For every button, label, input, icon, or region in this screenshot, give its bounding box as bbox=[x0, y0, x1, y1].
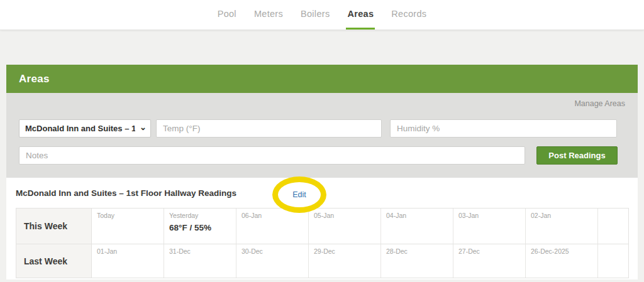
cell-date-label: 03-Jan bbox=[458, 212, 525, 219]
area-select-wrap: McDonald Inn and Suites – 1s ⌄ bbox=[19, 119, 151, 138]
nav-item-meters[interactable]: Meters bbox=[253, 0, 284, 30]
top-nav: Pool Meters Boilers Areas Records bbox=[0, 0, 644, 30]
nav-item-pool[interactable]: Pool bbox=[216, 0, 238, 30]
reading-cell: 29-Dec bbox=[309, 244, 381, 278]
reading-cell: 28-Dec bbox=[381, 244, 453, 278]
reading-cell: 04-Jan bbox=[381, 209, 453, 244]
empty-cell bbox=[598, 209, 628, 244]
cell-date-label: 01-Jan bbox=[97, 247, 164, 255]
row-label: Last Week bbox=[16, 244, 92, 278]
readings-table: This Week Today Yesterday 68°F / 55% 06-… bbox=[16, 208, 629, 278]
cell-date-label: 27-Dec bbox=[458, 247, 525, 255]
reading-cell: 03-Jan bbox=[453, 209, 526, 244]
form-row-notes: Post Readings bbox=[19, 146, 618, 165]
readings-content: McDonald Inn and Suites – 1st Floor Hall… bbox=[6, 178, 638, 279]
cell-date-label: Yesterday bbox=[169, 212, 236, 219]
table-row-last-week: Last Week 01-Jan 31-Dec 30-Dec 29-Dec bbox=[16, 244, 628, 278]
readings-title: McDonald Inn and Suites – 1st Floor Hall… bbox=[16, 188, 236, 198]
cell-date-label: 05-Jan bbox=[314, 212, 380, 219]
cell-value: 68°F / 55% bbox=[169, 223, 236, 232]
nav-item-boilers[interactable]: Boilers bbox=[299, 0, 331, 30]
cell-date-label: 06-Jan bbox=[242, 212, 308, 219]
area-select[interactable]: McDonald Inn and Suites – 1s bbox=[19, 119, 151, 138]
cell-date-label: Today bbox=[97, 212, 164, 219]
humidity-input[interactable] bbox=[390, 119, 617, 138]
reading-cell: 01-Jan bbox=[92, 244, 164, 278]
readings-form: Manage Areas McDonald Inn and Suites – 1… bbox=[6, 93, 638, 178]
reading-cell: Yesterday 68°F / 55% bbox=[164, 209, 236, 244]
reading-cell: 31-Dec bbox=[164, 244, 236, 278]
cell-date-label: 26-Dec-2025 bbox=[531, 247, 597, 255]
edit-link[interactable]: Edit bbox=[272, 178, 326, 212]
post-readings-button[interactable]: Post Readings bbox=[536, 146, 618, 165]
reading-cell: 05-Jan bbox=[309, 209, 381, 244]
cell-date-label: 31-Dec bbox=[169, 247, 236, 255]
section-header-bar: Areas bbox=[6, 65, 638, 93]
table-row-this-week: This Week Today Yesterday 68°F / 55% 06-… bbox=[16, 209, 628, 244]
page-title: Areas bbox=[6, 73, 50, 85]
empty-cell bbox=[598, 244, 628, 278]
temp-input[interactable] bbox=[156, 119, 382, 138]
row-label: This Week bbox=[16, 209, 92, 244]
reading-cell: 06-Jan bbox=[236, 209, 309, 244]
cell-date-label: 30-Dec bbox=[242, 247, 308, 255]
form-row-inputs: McDonald Inn and Suites – 1s ⌄ bbox=[19, 119, 617, 138]
reading-cell: 30-Dec bbox=[236, 244, 309, 278]
nav-item-areas[interactable]: Areas bbox=[346, 0, 375, 30]
reading-cell: 26-Dec-2025 bbox=[526, 244, 598, 278]
reading-cell: Today bbox=[92, 209, 164, 244]
cell-date-label: 28-Dec bbox=[386, 247, 453, 255]
notes-input[interactable] bbox=[19, 146, 525, 165]
reading-cell: 02-Jan bbox=[526, 209, 598, 244]
manage-areas-link[interactable]: Manage Areas bbox=[574, 99, 625, 108]
cell-date-label: 02-Jan bbox=[531, 212, 597, 219]
cell-date-label: 04-Jan bbox=[386, 212, 453, 219]
readings-title-row: McDonald Inn and Suites – 1st Floor Hall… bbox=[6, 178, 638, 208]
cell-date-label: 29-Dec bbox=[314, 247, 380, 255]
reading-cell: 27-Dec bbox=[453, 244, 526, 278]
areas-panel: Areas Manage Areas McDonald Inn and Suit… bbox=[6, 65, 638, 279]
nav-item-records[interactable]: Records bbox=[390, 0, 428, 30]
